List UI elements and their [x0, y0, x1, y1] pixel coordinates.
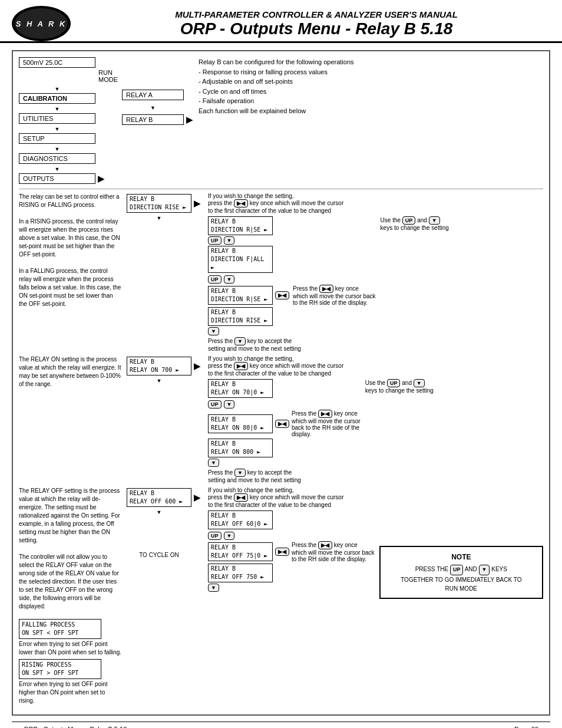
footer-right: Page 68: [514, 726, 538, 728]
press-key-once-on: Press the ▶◀ key oncewhich will move the…: [292, 410, 361, 437]
if-you-wish-dir: If you wish to change the setting, press…: [208, 193, 543, 214]
menu-item-diagnostics[interactable]: DIAGNOSTICS: [19, 153, 95, 164]
down-key-accept-dir[interactable]: ▼: [208, 327, 219, 335]
down-key-dir[interactable]: ▼: [224, 236, 235, 245]
up-key-dir[interactable]: UP: [208, 236, 222, 245]
dir-edit-box-3: RELAY B DIRECTION R|SE ►: [208, 286, 273, 305]
if-you-wish-off: If you wish to change the setting, press…: [208, 487, 543, 508]
down-arrow-relay-on: ▼: [157, 378, 162, 384]
relay-on-edit-1: RELAY B RELAY ON 70|0 ►: [208, 379, 273, 398]
note-box: NOTE PRESS THE UP AND ▼ KEYS TOGETHER TO…: [379, 546, 543, 599]
down-key-label: ▼: [429, 216, 440, 225]
note-content: PRESS THE UP AND ▼ KEYS TOGETHER TO GO I…: [385, 565, 537, 593]
note-area: NOTE PRESS THE UP AND ▼ KEYS TOGETHER TO…: [379, 546, 543, 599]
page: S H A R K MULTI-PARAMETER CONTROLLER & A…: [0, 0, 562, 728]
intro-line-2: - Response to rising or falling process …: [199, 67, 543, 77]
dir-final-box: RELAY B DIRECTION RISE ►: [208, 307, 273, 326]
up-key-dir-2[interactable]: UP: [208, 275, 222, 284]
down-key-off[interactable]: ▼: [224, 532, 235, 540]
relay-off-edit-area: If you wish to change the setting, press…: [208, 487, 543, 599]
down-key-note: ▼: [479, 565, 490, 575]
press-down-accept-dir: Press the ▼ key to accept the setting an…: [208, 337, 543, 352]
relay-off-edit-1: RELAY B RELAY OFF 60|0 ►: [208, 510, 273, 529]
down-arrow-icon-5: ▼: [55, 166, 60, 172]
error-caption-rising: Error when trying to set OFF point highe…: [19, 680, 122, 705]
enter-key-back-dir[interactable]: ▶◀: [275, 291, 289, 299]
down-arrow-icon-4: ▼: [55, 146, 60, 152]
dir-box-line2: DIRECTION RISE ►: [130, 203, 189, 212]
down-key-accept-off[interactable]: ▼: [208, 584, 219, 592]
intro-line-6: Each function will be explained below: [199, 106, 543, 116]
header-text: MULTI-PARAMETER CONTROLLER & ANALYZER US…: [82, 9, 550, 38]
run-mode-label: RUN MODE: [98, 69, 118, 83]
relay-on-edit-2: RELAY B RELAY ON 80|0 ►: [208, 414, 273, 433]
intro-line-4: - Cycle on and off times: [199, 87, 543, 97]
footer-left: ORP - Outputs Menu - Relay B 5.18: [24, 726, 127, 728]
relay-on-desc: The RELAY ON setting is the process valu…: [19, 355, 122, 388]
to-cycle-on-label: TO CYCLE ON: [127, 552, 191, 558]
relay-off-final: RELAY B RELAY OFF 750 ►: [208, 564, 273, 582]
svg-text:S H A R K: S H A R K: [15, 19, 67, 28]
press-down-accept-on: Press the ▼ key to accept the setting an…: [208, 469, 543, 483]
down-arrow-relay-a: ▼: [150, 105, 156, 111]
press-key-once-off: Press the ▶◀ key oncewhich will move the…: [292, 541, 375, 562]
relay-off-section: The RELAY OFF setting is the process val…: [19, 487, 543, 705]
intro-line-5: - Failsafe operation: [199, 96, 543, 106]
error-caption-falling: Error when trying to set OFF point lower…: [19, 640, 122, 657]
down-key-accept-on[interactable]: ▼: [208, 459, 219, 467]
enter-key-dir-1[interactable]: ▶◀: [234, 199, 248, 207]
top-display: 500mV 25.0C: [19, 57, 95, 68]
menu-item-utilities[interactable]: UTILITIES: [19, 113, 95, 124]
relay-a-box: RELAY A: [122, 90, 184, 100]
error-box-falling: FALLING PROCESS ON SPT < OFF SPT: [19, 619, 101, 639]
relay-ab-tree: RELAY A ▼ RELAY B ▶: [122, 90, 193, 125]
enter-key-back-off[interactable]: ▶◀: [275, 548, 289, 556]
enter-key-off-1[interactable]: ▶◀: [234, 493, 248, 502]
enter-arrow-relay-off: ▶: [194, 493, 200, 502]
error-box-rising: RISING PROCESS ON SPT > OFF SPT: [19, 659, 101, 679]
up-key-on[interactable]: UP: [208, 400, 222, 409]
up-key-note: UP: [450, 565, 464, 575]
down-arrow-relay-off: ▼: [157, 509, 162, 515]
menu-item-outputs[interactable]: OUTPUTS: [19, 173, 95, 184]
footer: ORP - Outputs Menu - Relay B 5.18 Page 6…: [12, 722, 550, 728]
relay-off-desc: The RELAY OFF setting is the process val…: [19, 487, 122, 705]
down-arrow-icon-2: ▼: [55, 106, 60, 112]
enter-key-back-on[interactable]: ▶◀: [275, 420, 289, 428]
menu-item-calibration[interactable]: CALIBRATION: [19, 93, 95, 104]
right-arrow-outputs: ▶: [98, 174, 104, 183]
down-key-accept-dir-label[interactable]: ▼: [234, 337, 246, 345]
enter-arrow-direction: ▶: [194, 199, 200, 208]
use-up-down-on: Use the UP and ▼ keys to change the sett…: [365, 379, 434, 394]
relay-off-input: RELAY B RELAY OFF 600 ► ▶ ▼ TO CYCLE ON: [127, 488, 203, 558]
relay-on-input: RELAY B RELAY ON 700 ► ▶ ▼: [127, 357, 203, 385]
dir-box-line1: RELAY B: [130, 195, 189, 203]
down-arrow-dir: ▼: [157, 215, 162, 221]
menu-item-setup[interactable]: SETUP: [19, 133, 95, 144]
direction-input-area: RELAY B DIRECTION RISE ► ▶ ▼: [127, 194, 203, 222]
press-key-once-dir: Press the ▶◀ key oncewhich will move the…: [293, 285, 376, 306]
intro-text-area: Relay B can be configured for the follow…: [199, 57, 543, 116]
logo: S H A R K: [12, 6, 71, 41]
direction-section: The relay can be set to control either a…: [19, 193, 543, 352]
direction-edit-area: If you wish to change the setting, press…: [208, 193, 543, 352]
up-key-label: UP: [402, 216, 416, 225]
relay-off-edit-2: RELAY B RELAY OFF 75|0 ►: [208, 542, 273, 561]
if-you-wish-on: If you wish to change the setting, press…: [208, 355, 543, 377]
header-subtitle: ORP - Outputs Menu - Relay B 5.18: [82, 19, 550, 38]
right-arrow-relay-b: ▶: [186, 115, 193, 124]
relay-on-section: The RELAY ON setting is the process valu…: [19, 355, 543, 483]
up-key-off[interactable]: UP: [208, 532, 222, 540]
intro-line-1: Relay B can be configured for the follow…: [199, 57, 543, 67]
dir-edit-box-2: RELAY B DIRECTION F|ALL ►: [208, 246, 273, 273]
note-title: NOTE: [385, 552, 537, 562]
header-title: MULTI-PARAMETER CONTROLLER & ANALYZER US…: [82, 9, 550, 19]
dir-edit-box-1: RELAY B DIRECTION R|SE ►: [208, 216, 273, 235]
enter-arrow-relay-on: ▶: [194, 361, 200, 371]
menu-tree: 500mV 25.0C RUN MODE ▼ CALIBRATION ▼ UTI…: [19, 57, 110, 185]
relay-b-box: RELAY B: [122, 114, 184, 125]
down-key-on[interactable]: ▼: [224, 400, 235, 409]
enter-key-on-1[interactable]: ▶◀: [234, 362, 248, 370]
relay-tree-area: RELAY A ▼ RELAY B ▶ Relay B can be confi…: [122, 57, 543, 125]
down-key-dir-2[interactable]: ▼: [224, 275, 235, 284]
